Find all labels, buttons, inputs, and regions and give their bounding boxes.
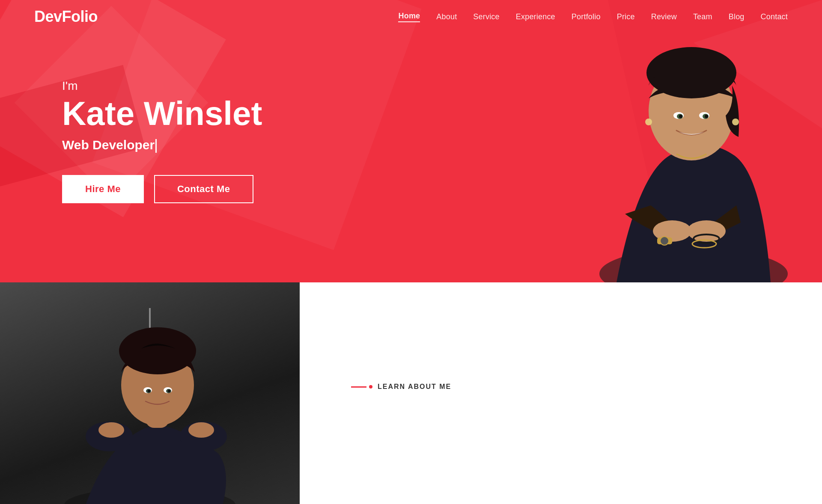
svg-point-33 (188, 422, 214, 438)
nav-item-experience[interactable]: Experience (516, 12, 555, 21)
main-nav: Home About Service Experience Portfolio … (398, 12, 788, 22)
red-line-left (351, 386, 366, 388)
nav-item-portfolio[interactable]: Portfolio (572, 12, 601, 21)
learn-about-section-label: LEARN ABOUT ME (351, 383, 771, 391)
nav-item-service[interactable]: Service (473, 12, 499, 21)
svg-point-29 (168, 390, 170, 392)
hero-name: Kate Winslet (62, 96, 822, 131)
red-dot (369, 385, 372, 388)
section-line-decoration (351, 385, 372, 388)
hire-me-button[interactable]: Hire Me (62, 175, 144, 203)
about-content-column: LEARN ABOUT ME (300, 282, 822, 504)
hero-title-wrapper: Web Developer (62, 138, 822, 153)
about-image-bg (0, 282, 300, 504)
nav-item-review[interactable]: Review (651, 12, 677, 21)
svg-point-32 (98, 422, 124, 438)
cursor-blink (155, 139, 157, 153)
nav-item-blog[interactable]: Blog (729, 12, 745, 21)
nav-item-price[interactable]: Price (617, 12, 635, 21)
site-logo[interactable]: DevFolio (34, 8, 98, 26)
learn-about-text: LEARN ABOUT ME (378, 383, 451, 391)
svg-point-17 (660, 237, 669, 245)
about-image-column (0, 282, 300, 504)
hero-job-title: Web Developer (62, 138, 155, 152)
about-section: LEARN ABOUT ME (0, 282, 822, 504)
hero-section: I'm Kate Winslet Web Developer Hire Me C… (0, 0, 822, 282)
nav-item-contact[interactable]: Contact (761, 12, 788, 21)
about-person-illustration (0, 282, 300, 504)
hero-content: I'm Kate Winslet Web Developer Hire Me C… (0, 79, 822, 204)
hero-intro-text: I'm (62, 79, 822, 93)
contact-me-button[interactable]: Contact Me (154, 175, 253, 203)
svg-point-28 (148, 390, 150, 392)
hero-cta-buttons: Hire Me Contact Me (62, 175, 822, 203)
site-header: DevFolio Home About Service Experience P… (0, 0, 822, 33)
nav-item-home[interactable]: Home (398, 12, 420, 22)
nav-item-team[interactable]: Team (693, 12, 712, 21)
nav-item-about[interactable]: About (436, 12, 457, 21)
